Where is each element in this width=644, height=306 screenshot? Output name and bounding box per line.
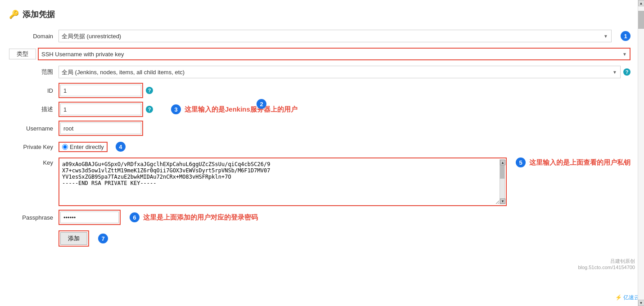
type-row: 类型 SSH Username with private key xyxy=(9,47,630,61)
add-button[interactable]: 添加 xyxy=(60,232,87,245)
annotation-6-badge: 6 xyxy=(130,212,140,222)
type-label: 类型 xyxy=(9,49,36,59)
username-label: Username xyxy=(9,125,59,132)
private-key-label: Private Key xyxy=(9,144,59,150)
description-row: 描述 ? 3 这里输入的是Jenkins服务器上的用户 xyxy=(9,102,630,117)
scope-label: 范围 xyxy=(9,68,59,76)
scrollbar-track xyxy=(500,165,504,198)
scope-select[interactable]: 全局 (Jenkins, nodes, items, all child ite… xyxy=(59,66,621,78)
logo-bar: ⚡ 亿速云 xyxy=(615,294,639,302)
title-text: 添加凭据 xyxy=(23,9,55,20)
add-button-box: 添加 xyxy=(59,230,89,247)
id-label: ID xyxy=(9,87,59,94)
passphrase-label: Passphrase xyxy=(9,214,59,221)
scrollbar-down-btn[interactable]: ▼ xyxy=(500,198,505,204)
type-select[interactable]: SSH Username with private key xyxy=(38,48,630,60)
description-input[interactable] xyxy=(60,104,141,115)
page-scroll-down[interactable]: ▼ xyxy=(638,300,644,306)
scope-help-icon[interactable]: ? xyxy=(623,68,630,76)
key-row: Key ▲ ▼ 5 这里输入的是上面查看的用户私钥 xyxy=(9,158,630,206)
annotation-3-badge: 3 xyxy=(171,104,181,114)
private-key-row: Private Key Enter directly 4 xyxy=(9,140,630,154)
username-row: Username xyxy=(9,121,630,136)
scope-row: 范围 全局 (Jenkins, nodes, items, all child … xyxy=(9,65,630,79)
passphrase-row: Passphrase 6 这里是上面添加的用户对应的登录密码 xyxy=(9,210,630,225)
scope-select-wrapper[interactable]: 全局 (Jenkins, nodes, items, all child ite… xyxy=(59,66,621,78)
scrollbar-thumb[interactable] xyxy=(500,165,504,179)
watermark: 吕建钊原创 blog.51cto.com/14154700 xyxy=(578,258,635,270)
logo-text: ⚡ 亿速云 xyxy=(615,294,639,301)
type-select-wrapper[interactable]: SSH Username with private key xyxy=(38,48,630,60)
enter-directly-wrapper: Enter directly 4 xyxy=(59,142,126,152)
description-help-icon[interactable]: ? xyxy=(146,106,153,113)
annotation-5-text: 这里输入的是上面查看的用户私钥 xyxy=(529,158,630,167)
page-scroll-track xyxy=(638,6,644,300)
username-input[interactable] xyxy=(60,122,141,134)
enter-directly-label: Enter directly xyxy=(70,144,104,150)
page-scroll-thumb[interactable] xyxy=(638,11,644,29)
description-box xyxy=(59,102,143,117)
passphrase-box xyxy=(59,210,121,225)
key-label: Key xyxy=(9,158,59,166)
watermark-line2: blog.51cto.com/14154700 xyxy=(578,265,635,270)
key-icon: 🔑 xyxy=(9,9,19,19)
domain-row: Domain 全局凭据 (unrestricted) 1 xyxy=(9,29,630,43)
domain-select[interactable]: 全局凭据 (unrestricted) xyxy=(59,30,612,42)
domain-label: Domain xyxy=(9,33,59,40)
scrollbar-up-btn[interactable]: ▲ xyxy=(500,160,505,165)
credentials-form: Domain 全局凭据 (unrestricted) 1 类型 SSH User… xyxy=(9,29,630,247)
key-scrollbar[interactable]: ▲ ▼ xyxy=(500,159,505,204)
watermark-line1: 吕建钊原创 xyxy=(578,258,635,265)
annotation-2-badge: 2 xyxy=(257,99,266,109)
id-help-icon[interactable]: ? xyxy=(146,87,153,94)
enter-directly-radio[interactable] xyxy=(62,144,68,150)
page-container: 🔑 添加凭据 Domain 全局凭据 (unrestricted) 1 类型 xyxy=(0,0,644,306)
passphrase-input[interactable] xyxy=(60,212,119,223)
domain-select-wrapper[interactable]: 全局凭据 (unrestricted) xyxy=(59,30,612,42)
add-row: 添加 7 xyxy=(9,230,630,247)
key-textarea[interactable] xyxy=(60,159,500,204)
annotation-6-text: 这里是上面添加的用户对应的登录密码 xyxy=(143,213,258,222)
id-row: ID ? xyxy=(9,83,630,98)
key-box: ▲ ▼ xyxy=(59,158,507,206)
page-scroll-up[interactable]: ▲ xyxy=(638,0,644,6)
description-label: 描述 xyxy=(9,105,59,113)
annotation-7-badge: 7 xyxy=(98,234,108,243)
page-scrollbar[interactable]: ▲ ▼ xyxy=(638,0,644,306)
annotation-1-badge: 1 xyxy=(621,31,630,41)
annotation-3-text: 这里输入的是Jenkins服务器上的用户 xyxy=(185,105,297,114)
main-panel: 🔑 添加凭据 Domain 全局凭据 (unrestricted) 1 类型 xyxy=(0,0,644,306)
id-input[interactable] xyxy=(60,85,141,96)
annotation-5-badge: 5 xyxy=(516,158,526,167)
annotation-4-badge: 4 xyxy=(116,142,126,152)
page-title: 🔑 添加凭据 xyxy=(9,9,630,20)
enter-directly-box: Enter directly xyxy=(59,142,108,152)
username-box xyxy=(59,121,143,136)
id-box xyxy=(59,83,143,98)
